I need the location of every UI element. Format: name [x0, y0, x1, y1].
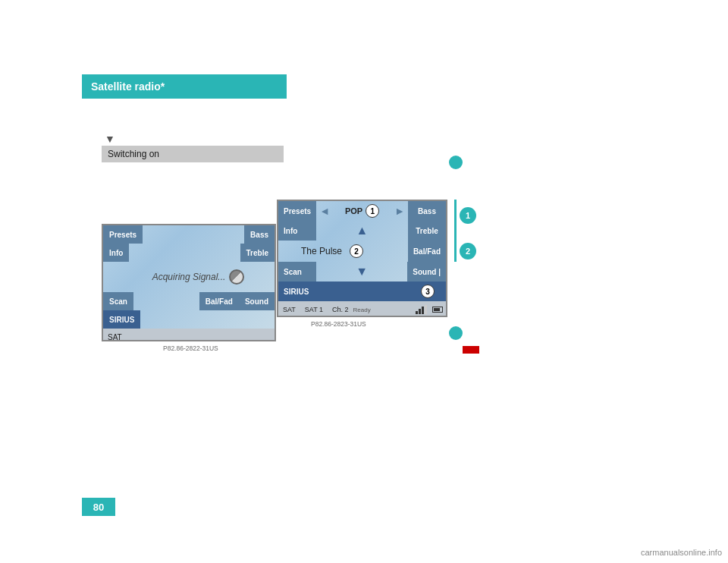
screen1-row2: Info Treble	[103, 244, 275, 262]
screen2-sound-btn[interactable]: Sound |	[407, 262, 446, 282]
screen2-row3: The Pulse 2 Bal/Fad	[278, 241, 446, 262]
screen2-ch2: Ch. 2	[328, 301, 353, 317]
screen2-row5: SIRIUS 3	[278, 282, 446, 301]
screen2-info-btn[interactable]: Info	[278, 221, 316, 241]
screen2-ready: Ready	[353, 307, 371, 313]
screen2-bass-btn[interactable]: Bass	[408, 201, 446, 221]
screen2-code: P82.86-2823-31US	[311, 320, 366, 328]
screen1: Presets Bass Info Treble Acquiring Signa…	[102, 224, 276, 341]
switching-text: Switching on	[108, 149, 159, 159]
switching-label: Switching on	[102, 146, 284, 162]
section-arrow: ▼	[105, 133, 115, 145]
screen2-scan-btn[interactable]: Scan	[278, 262, 316, 282]
signal-bars	[416, 305, 430, 314]
screen1-sat-row: SAT	[103, 329, 275, 341]
screen1-code: P82.86-2822-31US	[163, 344, 218, 352]
screen2-circle-2: 2	[350, 244, 363, 258]
screen1-row5: SIRIUS	[103, 310, 275, 329]
screen2-right-arrow[interactable]: ►	[391, 201, 408, 221]
header-banner: Satellite radio*	[82, 74, 287, 99]
screen1-sound-btn[interactable]: Sound	[239, 292, 275, 310]
screen2-circle-3: 3	[421, 285, 435, 298]
screen2-channel-area: POP 1	[333, 201, 391, 221]
signal-bar-2	[419, 309, 421, 314]
up-arrow-icon: ▲	[356, 225, 369, 237]
battery-icon	[432, 307, 443, 313]
red-marker	[463, 346, 479, 354]
screen2-sat: SAT	[278, 301, 300, 317]
screen1-icon	[229, 269, 244, 285]
screen2-balfad-btn[interactable]: Bal/Fad	[408, 241, 446, 262]
battery-fill	[434, 308, 440, 311]
header-title: Satellite radio*	[91, 80, 165, 93]
screen2: Presets ◄ POP 1 ► Bass Info ▲ Trebl	[277, 200, 447, 317]
screen2-down-btn[interactable]: ▼	[316, 262, 407, 282]
screen1-row1: Presets Bass	[103, 225, 275, 244]
page: Satellite radio* ▼ Switching on 1 2 Pres…	[0, 0, 728, 563]
screen1-body: Acquiring Signal...	[103, 262, 275, 292]
screen2-channel-name: POP	[345, 206, 362, 215]
screen1-sat-label: SAT	[108, 333, 122, 341]
bullet-1	[449, 156, 463, 169]
screen1-balfad-btn[interactable]: Bal/Fad	[199, 292, 239, 310]
screen1-presets-btn[interactable]: Presets	[103, 225, 143, 244]
screen2-up-btn[interactable]: ▲	[316, 221, 408, 241]
signal-bar-1	[416, 311, 418, 314]
signal-bar-3	[422, 307, 424, 314]
acquiring-text: Acquiring Signal...	[152, 272, 226, 282]
screen1-treble-btn[interactable]: Treble	[240, 244, 275, 262]
screen1-sirius-btn[interactable]: SIRIUS	[103, 310, 140, 329]
down-arrow-icon: ▼	[356, 266, 368, 278]
page-number: 80	[82, 498, 115, 516]
screen1-bass-btn[interactable]: Bass	[244, 225, 275, 244]
screen2-presets-btn[interactable]: Presets	[278, 201, 316, 221]
screen2-station-area: The Pulse 2	[278, 241, 408, 262]
screen2-treble-btn[interactable]: Treble	[408, 221, 446, 241]
screen2-status-row: SAT SAT 1 Ch. 2 Ready	[278, 301, 446, 317]
screen1-row4: Scan Bal/Fad Sound	[103, 292, 275, 310]
screen1-info-btn[interactable]: Info	[103, 244, 129, 262]
screen2-station-name: The Pulse	[301, 246, 342, 256]
screen2-circle-1: 1	[366, 204, 379, 218]
screen2-row2: Info ▲ Treble	[278, 221, 446, 241]
screen2-sirius-btn[interactable]: SIRIUS 3	[278, 282, 446, 301]
screen2-signal-area: Ready	[353, 301, 446, 317]
bullet-2	[449, 326, 463, 340]
annotation-circle-1: 1	[460, 207, 476, 224]
screen2-row1: Presets ◄ POP 1 ► Bass	[278, 201, 446, 221]
annotation-line	[454, 200, 457, 262]
screen1-scan-btn[interactable]: Scan	[103, 292, 133, 310]
annotation-circle-2: 2	[460, 243, 476, 259]
watermark: carmanualsonline.info	[641, 548, 722, 557]
signal-bar-4	[425, 305, 427, 314]
screen2-sat1: SAT 1	[300, 301, 328, 317]
screen2-left-arrow[interactable]: ◄	[316, 201, 333, 221]
screen2-row4: Scan ▼ Sound |	[278, 262, 446, 282]
